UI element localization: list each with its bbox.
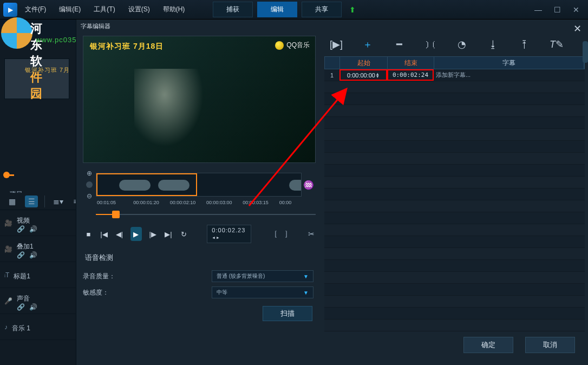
text-icon: ᵢT xyxy=(4,271,9,279)
end-time-cell[interactable]: 0:00:02:24 xyxy=(387,69,434,81)
mark-out-icon[interactable]: ］ xyxy=(284,229,292,239)
col-end[interactable]: 结束 xyxy=(388,57,434,69)
zoom-controls: ⊕ ⊖ xyxy=(83,170,96,200)
waveform-row: ⊕ ⊖ ♒ xyxy=(83,170,316,200)
quality-label: 录音质量： xyxy=(83,272,132,281)
remove-icon[interactable]: ━ xyxy=(393,38,406,50)
speaker-icon[interactable]: 🔊 xyxy=(29,251,37,259)
close-icon[interactable]: ✕ xyxy=(573,23,582,35)
menu-help[interactable]: 帮助(H) xyxy=(158,3,191,16)
video-overlay-title: 银河补习班 7月18日 xyxy=(90,42,164,51)
window-controls: — ☐ ✕ xyxy=(534,5,585,14)
scan-button[interactable]: 扫描 xyxy=(263,306,312,321)
row-number: 1 xyxy=(324,69,339,81)
qq-logo-icon xyxy=(275,41,284,50)
mini-scrubber[interactable] xyxy=(3,173,71,182)
play-range-icon[interactable]: [▶] xyxy=(330,38,343,50)
prev-button[interactable]: |◀ xyxy=(100,228,109,240)
sensitivity-row: 敏感度： 中等▼ xyxy=(83,286,316,298)
scrubber[interactable] xyxy=(96,210,316,219)
tab-edit[interactable]: 编辑 xyxy=(257,2,297,17)
qq-music-badge: QQ音乐 xyxy=(275,41,310,50)
track-music[interactable]: ♪ 音乐 1 xyxy=(0,314,76,340)
menu-bar: ▶ 文件(F) 编辑(E) 工具(T) 设置(S) 帮助(H) 捕获 编辑 共享… xyxy=(0,0,588,19)
stop-button[interactable]: ■ xyxy=(84,228,93,240)
track-label: 叠加1 xyxy=(17,242,37,251)
tool-list-icon[interactable]: ≣▾ xyxy=(51,195,64,207)
loop-button[interactable]: ↻ xyxy=(179,228,188,240)
menu-settings[interactable]: 设置(S) xyxy=(123,3,155,16)
grid-body: 1 0:00:00:00▴▾ 0:00:02:24 添加新字幕... xyxy=(324,69,585,331)
subtitle-row[interactable]: 1 0:00:00:00▴▾ 0:00:02:24 添加新字幕... xyxy=(324,69,585,81)
upload-icon[interactable]: ⬆ xyxy=(349,5,356,14)
play-button[interactable]: ▶ xyxy=(130,227,142,241)
cancel-button[interactable]: 取消 xyxy=(525,337,575,353)
menu-file[interactable]: 文件(F) xyxy=(19,3,51,16)
subtitle-grid-panel: [▶] ＋ ━ ⟯⟮ ◔ ⭳ ⭱ T✎ 起始 结束 字幕 1 0:00:00:0… xyxy=(321,32,588,359)
sensitivity-label: 敏感度： xyxy=(83,288,132,297)
speaker-icon[interactable]: 🔊 xyxy=(29,303,37,311)
video-preview[interactable]: 银河补习班 7月18日 QQ音乐 xyxy=(83,36,316,163)
next-button[interactable]: ▶| xyxy=(164,228,173,240)
track-label: 声音 xyxy=(17,294,37,303)
dialog-footer: 确定 取消 xyxy=(324,331,585,359)
scrollbar[interactable] xyxy=(583,41,588,63)
start-time-cell[interactable]: 0:00:00:00▴▾ xyxy=(339,69,387,81)
ok-button[interactable]: 确定 xyxy=(463,337,513,353)
track-label: 音乐 1 xyxy=(12,324,30,333)
step-fwd-button[interactable]: |▶ xyxy=(148,228,158,240)
track-label: 视频 xyxy=(17,216,37,225)
zoom-slider[interactable] xyxy=(86,181,93,188)
col-subtitle[interactable]: 字幕 xyxy=(434,57,584,69)
music-icon: ♪ xyxy=(4,323,8,331)
track-overlay[interactable]: 🎥 叠加1 🔗🔊 xyxy=(0,236,76,262)
waveform[interactable] xyxy=(96,173,302,197)
import-icon[interactable]: ⭳ xyxy=(487,39,500,50)
merge-icon[interactable]: ⟯⟮ xyxy=(424,39,437,50)
quality-row: 录音质量： 普通 (较多背景噪音)▼ xyxy=(83,270,316,282)
track-audio[interactable]: 🎤 声音 🔗🔊 xyxy=(0,288,76,314)
add-icon[interactable]: ＋ xyxy=(361,38,374,51)
app-icon: ▶ xyxy=(3,3,17,17)
col-start[interactable]: 起始 xyxy=(340,57,388,69)
menu-edit[interactable]: 编辑(E) xyxy=(54,3,86,16)
quality-select[interactable]: 普通 (较多背景噪音)▼ xyxy=(212,270,313,282)
link-icon[interactable]: 🔗 xyxy=(17,303,25,311)
sensitivity-select[interactable]: 中等▼ xyxy=(212,286,313,298)
audio-analyze-icon[interactable]: ♒ xyxy=(302,180,316,190)
minimize-icon[interactable]: — xyxy=(534,5,542,14)
preview-panel: 银河补习班 7月18日 QQ音乐 ⊕ ⊖ ♒ 00:01:0500:0 xyxy=(76,32,321,359)
cut-icon[interactable]: ✂ xyxy=(308,230,315,238)
subtitle-text-cell[interactable]: 添加新字幕... xyxy=(434,69,585,81)
link-icon[interactable]: 🔗 xyxy=(17,225,25,233)
speaker-icon[interactable]: 🔊 xyxy=(29,225,37,233)
step-back-button[interactable]: ◀| xyxy=(115,228,124,240)
maximize-icon[interactable]: ☐ xyxy=(554,5,561,14)
menu-tools[interactable]: 工具(T) xyxy=(88,3,120,16)
timeline-view-icon[interactable]: ☰ xyxy=(25,195,38,207)
tab-capture[interactable]: 捕获 xyxy=(213,2,253,17)
track-video[interactable]: 🎥 视频 🔗🔊 xyxy=(0,210,76,236)
watermark-logo-icon xyxy=(1,17,32,49)
link-icon[interactable]: 🔗 xyxy=(17,251,25,259)
subtitle-toolbar: [▶] ＋ ━ ⟯⟮ ◔ ⭳ ⭱ T✎ xyxy=(324,32,585,56)
mic-icon: 🎤 xyxy=(4,297,12,305)
camera-icon: 🎥 xyxy=(4,219,12,227)
close-icon[interactable]: ✕ xyxy=(573,5,579,14)
dialog-title: 字幕编辑器 xyxy=(76,19,588,32)
waveform-timestamps: 00:01:0500:00:01:2000:00:02:1000:00:03:0… xyxy=(97,200,316,205)
text-style-icon[interactable]: T✎ xyxy=(550,38,563,50)
zoom-out-icon[interactable]: ⊖ xyxy=(87,192,92,200)
tab-share[interactable]: 共享 xyxy=(302,2,342,17)
track-label: 标题1 xyxy=(14,272,30,281)
storyboard-view-icon[interactable]: ▦ xyxy=(5,195,18,207)
mark-in-icon[interactable]: ［ xyxy=(270,229,278,239)
export-icon[interactable]: ⭱ xyxy=(518,39,531,50)
watermark-name: 河东软件园 xyxy=(30,21,44,102)
zoom-in-icon[interactable]: ⊕ xyxy=(87,170,92,177)
subtitle-editor-dialog: 字幕编辑器 ✕ 银河补习班 7月18日 QQ音乐 ⊕ ⊖ xyxy=(76,19,588,365)
track-title[interactable]: ᵢT 标题1 xyxy=(0,262,76,288)
grid-header: 起始 结束 字幕 xyxy=(324,56,585,69)
timecode-field[interactable]: 0:00:02.23 ◂▸ xyxy=(207,225,251,243)
offset-icon[interactable]: ◔ xyxy=(455,38,468,50)
